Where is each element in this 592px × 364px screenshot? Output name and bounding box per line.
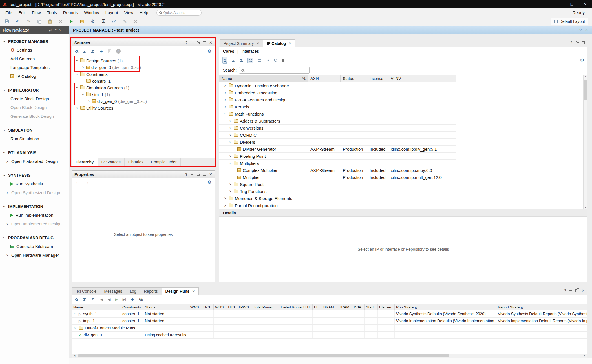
chevron-down-icon[interactable]: › (73, 326, 78, 330)
menu-file[interactable]: File (2, 10, 15, 15)
collapse-all-icon[interactable] (83, 298, 86, 301)
tree-row-design-sources[interactable]: › Design Sources (1) (72, 57, 215, 64)
fn-item-create-block-design[interactable]: Create Block Design (0, 94, 69, 103)
program-device-icon[interactable] (79, 18, 85, 25)
step-forward-icon[interactable]: ▶| (123, 298, 126, 301)
catalog-row-cordic[interactable]: ›CORDIC (219, 132, 456, 139)
chevron-right-icon[interactable]: › (228, 154, 232, 158)
help-icon[interactable]: ? (570, 41, 572, 45)
redo-icon[interactable]: ↷ (25, 18, 32, 25)
chevron-down-icon[interactable]: › (2, 151, 7, 154)
catalog-row-multiplier[interactable]: Multiplier Production Included xilinx.co… (219, 174, 456, 181)
chevron-right-icon[interactable]: › (5, 222, 9, 226)
column-header-report-strategy[interactable]: Report Strategy (496, 304, 587, 310)
column-header-run-strategy[interactable]: Run Strategy (395, 304, 496, 310)
column-header-failed-routes[interactable]: Failed Routes (279, 304, 302, 310)
tree-row-sim-div-gen-0[interactable]: › div_gen_0 (div_gen_0.xci) (72, 98, 215, 105)
cancel-icon[interactable]: ✕ (132, 18, 139, 25)
tab-tcl-console[interactable]: Tcl Console (72, 287, 100, 295)
tab-libraries[interactable]: Libraries (125, 158, 147, 166)
settings-gear-icon[interactable]: ⚙ (580, 58, 584, 63)
chevron-right-icon[interactable]: › (223, 196, 227, 201)
chevron-right-icon[interactable]: › (223, 203, 227, 208)
column-header-wns[interactable]: WNS (189, 304, 201, 310)
expand-all-icon[interactable] (91, 298, 95, 301)
search-icon[interactable] (222, 57, 227, 64)
catalog-row-conversions[interactable]: ›Conversions (219, 125, 456, 132)
close-icon[interactable]: ✕ (209, 172, 212, 176)
fn-item-run-implementation[interactable]: Run Implementation (0, 211, 69, 219)
close-button[interactable]: ✕ (578, 0, 592, 8)
column-header-dsp[interactable]: DSP (352, 304, 365, 310)
catalog-row-kernels[interactable]: ›Kernels (219, 103, 456, 110)
column-header-status[interactable]: Status (341, 75, 367, 82)
subtab-interfaces[interactable]: Interfaces (241, 49, 259, 54)
paste-icon[interactable] (47, 18, 53, 25)
catalog-row-embedded-processing[interactable]: ›Embedded Processing (219, 89, 456, 96)
help-icon[interactable]: ? (59, 28, 61, 32)
details-header[interactable]: Details (219, 209, 587, 217)
chevron-down-icon[interactable]: › (75, 72, 79, 76)
float-icon[interactable] (197, 173, 200, 176)
chevron-right-icon[interactable]: › (81, 65, 85, 70)
menu-icon[interactable]: ≡ (55, 28, 57, 32)
help-icon[interactable]: ? (185, 41, 187, 45)
tree-row-utility-sources[interactable]: › Utility Sources (72, 105, 215, 111)
fn-item-settings[interactable]: ⚙ Settings (0, 46, 69, 54)
fn-section-header-program-and-debug[interactable]: › PROGRAM AND DEBUG (0, 233, 69, 242)
fn-item-open-implemented-design[interactable]: › Open Implemented Design (0, 219, 69, 228)
scroll-thumb[interactable] (584, 80, 587, 100)
chevron-right-icon[interactable]: › (223, 105, 227, 109)
chevron-right-icon[interactable]: › (228, 189, 232, 194)
create-run-icon[interactable]: + (131, 297, 134, 302)
tab-log[interactable]: Log (126, 287, 140, 295)
column-header-constraints[interactable]: Constraints (121, 304, 143, 310)
forward-icon[interactable]: → (85, 179, 89, 185)
minimize-panel-icon[interactable]: – (64, 28, 66, 32)
collapse-all-icon[interactable] (83, 50, 86, 53)
catalog-row-adders-subtracters[interactable]: ›Adders & Subtracters (219, 117, 456, 125)
tree-row-simulation-sources[interactable]: › Simulation Sources (1) (72, 84, 215, 91)
help-icon[interactable]: ? (579, 28, 582, 32)
tree-row-constraints[interactable]: › Constraints (72, 71, 215, 77)
report-sum-icon[interactable]: Σ (100, 18, 107, 25)
menu-edit[interactable]: Edit (15, 10, 29, 15)
chevron-down-icon[interactable]: › (75, 86, 79, 90)
fn-section-header-synthesis[interactable]: › SYNTHESIS (0, 171, 69, 179)
scroll-thumb[interactable] (78, 354, 449, 357)
catalog-row-divider-generator[interactable]: Divider Generator AXI4-Stream Production… (219, 146, 456, 153)
fn-section-header-project-manager[interactable]: › PROJECT MANAGER (0, 37, 69, 46)
percent-icon[interactable]: % (139, 297, 143, 302)
search-icon[interactable] (75, 298, 78, 301)
fn-item-open-hardware-manager[interactable]: › Open Hardware Manager (0, 251, 69, 259)
fn-section-header-implementation[interactable]: › IMPLEMENTATION (0, 202, 69, 211)
subtab-cores[interactable]: Cores (223, 49, 234, 54)
delete-icon[interactable]: ✕ (58, 18, 64, 25)
maximize-icon[interactable] (203, 173, 206, 176)
ip-search-input[interactable]: ▾ (239, 67, 310, 74)
chevron-down-icon[interactable]: › (2, 88, 7, 92)
expand-all-icon[interactable] (239, 59, 243, 62)
catalog-row-memories-storage[interactable]: ›Memories & Storage Elements (219, 195, 456, 202)
column-header-axi4[interactable]: AXI4 (308, 75, 341, 82)
catalog-row-multipliers[interactable]: ›Multipliers (219, 160, 456, 167)
scroll-up-icon[interactable]: ▲ (584, 75, 587, 79)
catalog-row-square-root[interactable]: ›Square Root (219, 181, 456, 188)
fn-item-run-synthesis[interactable]: Run Synthesis (0, 179, 69, 188)
save-icon[interactable] (4, 18, 10, 25)
column-header-ths[interactable]: THS (226, 304, 237, 310)
maximize-icon[interactable] (582, 41, 585, 44)
refresh-icon[interactable] (273, 58, 277, 62)
chevron-right-icon[interactable]: › (228, 126, 232, 130)
catalog-row-math-functions[interactable]: ›Math Functions (219, 110, 456, 117)
close-icon[interactable]: ✕ (209, 41, 212, 45)
help-icon[interactable]: ? (564, 289, 566, 292)
vertical-scrollbar[interactable]: ▲ ▼ (583, 75, 587, 209)
chevron-right-icon[interactable]: › (228, 133, 232, 137)
fn-item-open-synthesized-design[interactable]: › Open Synthesized Design (0, 188, 69, 197)
layout-selector[interactable]: Default Layout (551, 18, 588, 25)
catalog-row-partial-reconfiguration[interactable]: ›Partial Reconfiguration (219, 202, 456, 209)
float-icon[interactable] (575, 289, 578, 292)
fn-item-generate-bitstream[interactable]: Generate Bitstream (0, 242, 69, 251)
fn-section-header-ip-integrator[interactable]: › IP INTEGRATOR (0, 86, 69, 94)
